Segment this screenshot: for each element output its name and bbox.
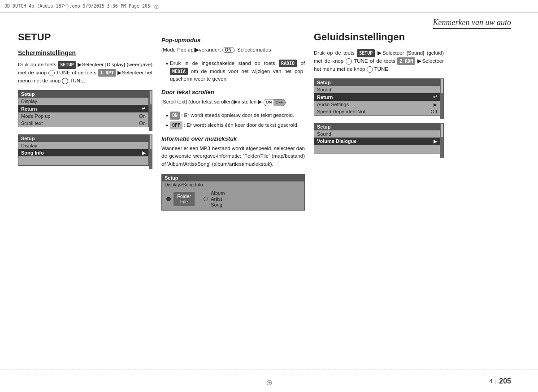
scroll-thumb3 — [441, 79, 443, 93]
sound-screen1-speed: Speed Dependent Vol. Off — [314, 108, 440, 115]
scroll-bullet-off: • OFF : Er wordt slechts één keer door d… — [166, 121, 305, 129]
scroll-title: Door tekst scrollen — [161, 89, 305, 95]
screen2-row-setup: Setup — [18, 135, 148, 142]
return-icon: ↵ — [142, 106, 146, 112]
screen2-row-empty — [18, 156, 148, 165]
rdm-badge: 2 RDM — [397, 57, 415, 65]
tune-btn4 — [367, 66, 373, 73]
popup-body1: [Mode Pop up]▶verandert ON. Selectiemodu… — [161, 46, 305, 54]
sound-screen2-sound: Sound — [314, 130, 440, 138]
scroll-thumb4 — [441, 124, 443, 137]
sound-screen1-scrollbar — [440, 78, 444, 119]
song-label: Song — [211, 202, 225, 207]
screen2-scrollbar — [149, 134, 152, 169]
scroll-thumb2 — [150, 135, 152, 149]
geluid-body: Druk op de toets SETUP ▶Selecteer [Sound… — [314, 49, 444, 73]
tune-btn1 — [48, 70, 55, 76]
col1-setup: SETUP Scherminstellingen Druk op de toet… — [18, 31, 152, 365]
media-badge: MEDIA — [170, 68, 188, 76]
sound-screen1-return: Return ↵ — [314, 93, 440, 101]
sound-screen2-content: Setup Sound Volume Dialogue ▶ — [314, 123, 440, 154]
songinfo-arrow: ▶ — [142, 151, 146, 155]
popup-title: Pop-upmodus — [161, 37, 305, 43]
screen2-row-display: Display — [18, 142, 148, 149]
scherm-subtitle: Scherminstellingen — [18, 49, 152, 56]
radio-badge: RADIO — [279, 60, 297, 68]
page-header: JD DUTCH 4b (Audio 187~).qxp 9/9/2015 3:… — [0, 0, 538, 13]
col3-geluid: Geluidsinstellingen Druk op de toets SET… — [314, 31, 444, 365]
col2-middle: Pop-upmodus [Mode Pop up]▶verandert ON. … — [161, 31, 305, 365]
audio-arrow: ▶ — [434, 102, 437, 107]
screen1-row-setup: Setup — [18, 90, 148, 98]
on-badge2: ON — [170, 112, 180, 120]
popup-bullets: • Druk in de ingeschakelde stand op toet… — [166, 60, 305, 83]
sound-return-icon: ↵ — [433, 94, 437, 100]
screen2: Setup Display Song Info ▶ — [18, 134, 152, 169]
scroll-thumb1 — [150, 91, 152, 104]
rpt-badge: 1 RPT — [98, 69, 116, 77]
vol-arrow: ▶ — [434, 139, 437, 144]
sound-screen2-vol: Volume Dialogue ▶ — [314, 138, 440, 145]
page-number: 4 | 205 — [489, 377, 511, 385]
radio-dot-empty — [204, 197, 208, 201]
tune-btn2 — [62, 78, 68, 84]
album-label: Album — [211, 190, 225, 196]
header-text: JD DUTCH 4b (Audio 187~).qxp 9/9/2015 3:… — [4, 4, 150, 9]
scroll-bullet-on: • ON : Er wordt steeds opnieuw door de t… — [166, 112, 305, 120]
crosshair-top-right — [154, 3, 161, 10]
geluid-title: Geluidsinstellingen — [314, 31, 444, 43]
main-content: SETUP Scherminstellingen Druk op de toet… — [18, 31, 520, 365]
crosshair-bottom: ⊕ — [266, 378, 273, 388]
screen1-row-modepopup: Mode Pop up On — [18, 112, 148, 120]
sound-screen1-content: Setup Sound Return ↵ Audio Settings ▶ Sp… — [314, 78, 440, 116]
sound-screen2-empty — [314, 145, 440, 154]
screen1-row-scrolltext: Scroll text On — [18, 120, 148, 127]
screen2-row-songinfo: Song Info ▶ — [18, 149, 148, 156]
artist-label: Artist — [211, 196, 225, 202]
muziek-body: Wanneer er een MP3-bestand wordt afgespe… — [161, 145, 305, 168]
song-info-screen: Setup Display>Song Info FolderFile Album… — [161, 174, 305, 211]
setup-title: SETUP — [18, 31, 152, 43]
song-info-body: FolderFile Album Artist Song — [162, 188, 304, 210]
song-info-subheader: Display>Song Info — [162, 181, 304, 188]
popup-bullet1: • Druk in de ingeschakelde stand op toet… — [166, 60, 305, 83]
page-title-underline — [433, 28, 511, 29]
chapter-num: 4 — [489, 378, 492, 384]
sound-screen2: Setup Sound Volume Dialogue ▶ — [314, 123, 444, 158]
sound-screen1: Setup Sound Return ↵ Audio Settings ▶ Sp… — [314, 78, 444, 119]
off-badge: OFF — [170, 121, 182, 129]
radio-dot-filled — [166, 197, 171, 201]
screen1-scrollbar — [149, 90, 152, 131]
scroll-body1: [Scroll text] (door tekst scrollen)▶inst… — [161, 98, 305, 106]
setup-badge2: SETUP — [357, 49, 375, 57]
sound-screen1-audio: Audio Settings ▶ — [314, 101, 440, 108]
page-title: Kenmerken van uw auto — [433, 18, 511, 27]
muziek-title: Informatie over muziekstuk — [161, 135, 305, 142]
setup-badge: SETUP — [58, 61, 76, 69]
scroll-bullets: • ON : Er wordt steeds opnieuw door de t… — [166, 112, 305, 129]
screen1-content: Setup Display Return ↵ Mode Pop up On Sc… — [18, 90, 149, 127]
sound-screen2-scrollbar — [440, 123, 444, 158]
song-info-screen-header: Setup — [162, 174, 304, 181]
sound-screen2-setup: Setup — [314, 123, 440, 130]
tune-btn3 — [346, 58, 352, 65]
screen1-row-display: Display — [18, 98, 148, 105]
screen2-content: Setup Display Song Info ▶ — [18, 134, 149, 166]
on-off-toggle: ONOFF — [264, 99, 286, 106]
scherm-body: Druk op de toets SETUP ▶Selecteer [Displ… — [18, 61, 152, 85]
page-title-bar: Kenmerken van uw auto — [433, 18, 511, 29]
screen1: Setup Display Return ↵ Mode Pop up On Sc… — [18, 90, 152, 131]
album-col: Album Artist Song — [211, 190, 225, 207]
folder-file-label: FolderFile — [174, 192, 195, 206]
sound-screen1-setup: Setup — [314, 79, 440, 86]
sound-screen1-sound: Sound — [314, 86, 440, 93]
screen1-row-return: Return ↵ — [18, 105, 148, 112]
page-num: 205 — [499, 377, 511, 385]
on-badge: ON — [222, 47, 234, 53]
